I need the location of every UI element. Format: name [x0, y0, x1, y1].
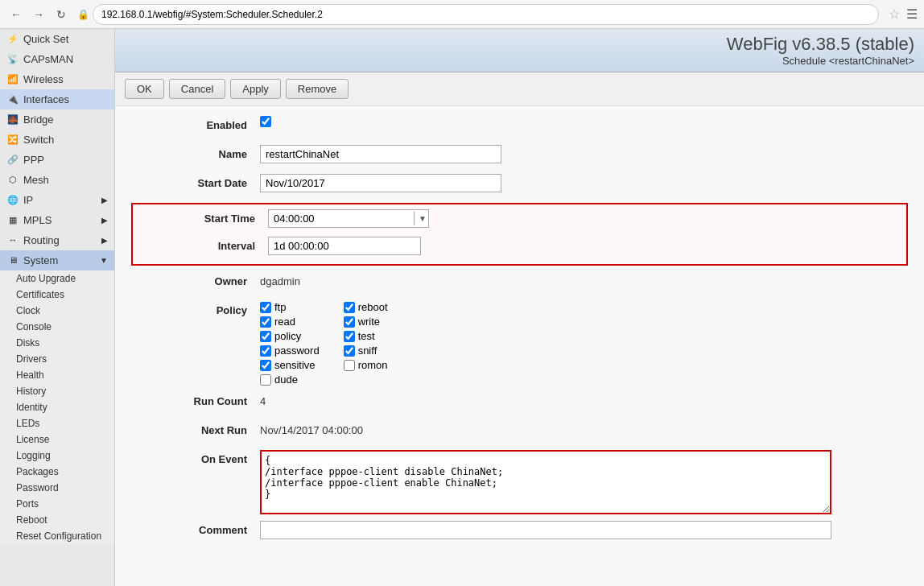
start-date-input[interactable]: [260, 174, 501, 192]
sidebar-sub-license[interactable]: License: [0, 431, 114, 448]
sidebar-label-bridge: Bridge: [23, 113, 54, 126]
run-count-text: 4: [260, 392, 266, 407]
sidebar-sub-packages[interactable]: Packages: [0, 464, 114, 480]
on-event-textarea[interactable]: { /interface pppoe-client disable ChinaN…: [260, 450, 831, 514]
on-event-row: On Event { /interface pppoe-client disab…: [131, 450, 908, 514]
sidebar-sub-auto-upgrade[interactable]: Auto Upgrade: [0, 270, 114, 287]
sidebar-item-capsman[interactable]: 📡 CAPsMAN: [0, 49, 114, 69]
on-event-value: { /interface pppoe-client disable ChinaN…: [260, 450, 908, 514]
run-count-value: 4: [260, 392, 908, 407]
sidebar-item-bridge[interactable]: 🌉 Bridge: [0, 109, 114, 130]
run-count-label: Run Count: [131, 392, 260, 407]
policy-password-checkbox[interactable]: [260, 345, 271, 357]
next-run-row: Next Run Nov/14/2017 04:00:00: [131, 421, 908, 444]
sidebar-sub-ports[interactable]: Ports: [0, 496, 114, 512]
name-input[interactable]: [260, 145, 501, 163]
sidebar-sub-leds[interactable]: LEDs: [0, 415, 114, 431]
next-run-text: Nov/14/2017 04:00:00: [260, 421, 363, 436]
sidebar-item-interfaces[interactable]: 🔌 Interfaces: [0, 89, 114, 109]
policy-value: ftp reboot read write: [260, 301, 908, 386]
routing-icon: ↔: [6, 233, 19, 246]
sidebar-item-mesh[interactable]: ⬡ Mesh: [0, 170, 114, 190]
next-run-value: Nov/14/2017 04:00:00: [260, 421, 908, 436]
policy-read-checkbox[interactable]: [260, 316, 271, 328]
policy-sensitive: sensitive: [260, 359, 320, 371]
policy-sensitive-label: sensitive: [274, 359, 316, 371]
remove-button[interactable]: Remove: [286, 79, 349, 99]
policy-romon-checkbox[interactable]: [344, 360, 355, 371]
menu-icon: ☰: [906, 6, 918, 22]
policy-write-checkbox[interactable]: [344, 316, 355, 328]
start-time-row: Start Time ▼: [139, 209, 900, 232]
sidebar-label-system: System: [23, 254, 58, 266]
sidebar-item-quick-set[interactable]: ⚡ Quick Set: [0, 29, 114, 49]
sidebar-item-mpls[interactable]: ▦ MPLS ▶: [0, 210, 114, 230]
sidebar-sub-history[interactable]: History: [0, 383, 114, 399]
sidebar-label-mesh: Mesh: [23, 174, 49, 186]
comment-label: Comment: [131, 521, 260, 536]
system-arrow-icon: ▼: [100, 256, 108, 265]
start-time-input[interactable]: [269, 210, 414, 227]
sidebar-sub-health[interactable]: Health: [0, 367, 114, 383]
sidebar-sub-disks[interactable]: Disks: [0, 335, 114, 351]
cancel-button[interactable]: Cancel: [169, 79, 225, 99]
sidebar-sub-console[interactable]: Console: [0, 319, 114, 335]
bridge-icon: 🌉: [6, 113, 19, 126]
policy-ftp-checkbox[interactable]: [260, 302, 271, 313]
sidebar-sub-certificates[interactable]: Certificates: [0, 287, 114, 303]
policy-reboot-checkbox[interactable]: [344, 302, 355, 313]
sidebar-item-wireless[interactable]: 📶 Wireless: [0, 69, 114, 89]
policy-dude-checkbox[interactable]: [260, 374, 271, 386]
sidebar-sub-reboot[interactable]: Reboot: [0, 512, 114, 528]
mpls-icon: ▦: [6, 213, 19, 226]
owner-label: Owner: [131, 272, 260, 287]
on-event-label: On Event: [131, 450, 260, 465]
sidebar-sub-drivers[interactable]: Drivers: [0, 351, 114, 367]
comment-input[interactable]: [260, 521, 831, 539]
policy-ftp-label: ftp: [274, 301, 286, 313]
sidebar-sub-logging[interactable]: Logging: [0, 448, 114, 464]
start-time-label: Start Time: [139, 209, 268, 225]
policy-test-checkbox[interactable]: [344, 331, 355, 342]
sidebar-item-system[interactable]: 🖥 System ▼: [0, 250, 114, 270]
start-date-label: Start Date: [131, 174, 260, 189]
run-count-row: Run Count 4: [131, 392, 908, 415]
interval-row: Interval: [139, 237, 900, 259]
ok-button[interactable]: OK: [125, 79, 164, 99]
capsman-icon: 📡: [6, 52, 19, 65]
sidebar-item-ip[interactable]: 🌐 IP ▶: [0, 190, 114, 210]
policy-sniff-checkbox[interactable]: [344, 345, 355, 357]
enabled-checkbox[interactable]: [260, 116, 271, 127]
bookmark-icon: ☆: [889, 6, 900, 22]
system-submenu: Auto Upgrade Certificates Clock Console …: [0, 270, 114, 544]
sidebar-item-routing[interactable]: ↔ Routing ▶: [0, 230, 114, 250]
ip-arrow-icon: ▶: [101, 196, 108, 204]
policy-reboot: reboot: [344, 301, 403, 313]
policy-read-label: read: [274, 316, 295, 328]
browser-nav: ← → ↻: [6, 5, 71, 24]
forward-button[interactable]: →: [29, 5, 48, 24]
refresh-button[interactable]: ↻: [52, 5, 71, 24]
sidebar-item-switch[interactable]: 🔀 Switch: [0, 130, 114, 150]
sidebar-sub-identity[interactable]: Identity: [0, 399, 114, 415]
start-time-dropdown-arrow[interactable]: ▼: [414, 212, 431, 225]
owner-row: Owner dgadmin: [131, 272, 908, 295]
policy-policy-checkbox[interactable]: [260, 331, 271, 342]
sidebar-sub-clock[interactable]: Clock: [0, 303, 114, 319]
sidebar-sub-reset-config[interactable]: Reset Configuration: [0, 528, 114, 544]
policy-grid: ftp reboot read write: [260, 301, 402, 386]
enabled-label: Enabled: [131, 116, 260, 131]
back-button[interactable]: ←: [6, 5, 26, 24]
address-bar[interactable]: [93, 4, 879, 25]
policy-sensitive-checkbox[interactable]: [260, 360, 271, 371]
sidebar-item-ppp[interactable]: 🔗 PPP: [0, 150, 114, 170]
sidebar-label-wireless: Wireless: [23, 73, 64, 85]
policy-policy: policy: [260, 330, 320, 342]
sidebar-sub-password[interactable]: Password: [0, 480, 114, 496]
apply-button[interactable]: Apply: [230, 79, 281, 99]
system-icon: 🖥: [6, 254, 19, 266]
interval-input[interactable]: [268, 237, 421, 255]
sidebar-label-quick-set: Quick Set: [23, 33, 68, 45]
comment-row: Comment: [131, 521, 908, 543]
sidebar-label-switch: Switch: [23, 134, 54, 146]
